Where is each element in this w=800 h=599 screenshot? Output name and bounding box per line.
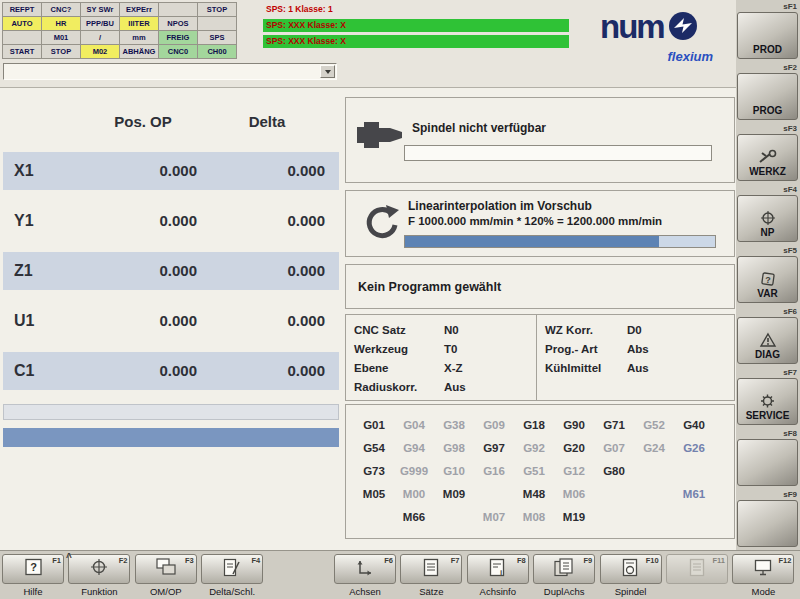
cnc-info-left: CNC SatzN0WerkzeugT0EbeneX-ZRadiuskorr.A… [346,315,536,400]
fkey-slot-f2: F2Funktion [68,554,132,597]
axis-pos-value: 0.000 [59,302,197,340]
axis-extra-strip [3,404,339,420]
info-row-prog-art: Prog.- ArtAbs [545,340,734,359]
softkey-button-diag[interactable]: DIAG [737,317,798,364]
axis-row-z1: Z10.0000.000 [3,247,339,297]
fkey-label: Sätze [400,586,462,597]
softkey-button-prod[interactable]: PROD [737,12,798,59]
softkey-button-sf9[interactable] [737,500,798,547]
om-op-icon [156,558,176,580]
code-empty-36 [354,505,394,528]
fkey-button-funktion[interactable]: F2 [68,554,130,584]
code-m48: M48 [514,482,554,505]
fkey-label: DuplAchs [533,586,595,597]
softkey-slot-sf2: sF2PROG [736,62,800,123]
status-cell-m02: M02 [81,45,119,58]
fkey-button-hilfe[interactable]: ?F1 [2,554,64,584]
fkey-button-f11[interactable]: F11 [666,554,728,584]
status-cell-empty-11 [198,17,236,30]
fkey-slot-f6: F6Achsen [334,554,398,597]
status-cell-hr: HR [42,17,80,30]
axis-row-band: Z10.0000.000 [3,252,339,290]
feed-status-box: Linearinterpolation im Vorschub F 1000.0… [345,190,735,257]
axis-row-band: C10.0000.000 [3,352,339,390]
status-cell-npos: NPOS [159,17,197,30]
axis-row-c1: C10.0000.000 [3,347,339,397]
softkey-button-werkz[interactable]: WERKZ [737,134,798,181]
softkey-button-var[interactable]: ?VAR [737,256,798,303]
code-empty-25 [634,459,674,482]
plc-message-2: SPS: XXX Klasse: X [263,19,569,32]
fkey-button-delta-schl[interactable]: F4 [201,554,263,584]
softkey-number: sF6 [783,307,797,316]
fkey-button-achsen[interactable]: F6 [334,554,396,584]
status-cell-ch00: CH00 [198,45,236,58]
fkey-button-om-op[interactable]: F3 [135,554,197,584]
fkey-label: Achsen [334,586,396,597]
code-empty-30 [474,482,514,505]
fkey-number: F7 [451,556,460,565]
cnc-info-box: CNC SatzN0WerkzeugT0EbeneX-ZRadiuskorr.A… [345,314,735,401]
code-m08: M08 [514,505,554,528]
softkey-number: sF1 [783,2,797,11]
info-value: X-Z [444,362,463,374]
code-g94: G94 [394,436,434,459]
fkey-button-duplachs[interactable]: F9 [533,554,595,584]
blocks-icon [423,558,439,581]
status-cell-blank: / [81,31,119,44]
info-label: WZ Korr. [545,321,627,340]
code-m07: M07 [474,505,514,528]
axis-row-y1: Y10.0000.000 [3,197,339,247]
fkey-button-spindel[interactable]: F10 [600,554,662,584]
program-status-text: Kein Programm gewählt [358,265,501,310]
fkey-slot-f7: F7Sätze [400,554,464,597]
spindle-icon [356,114,404,156]
code-g97: G97 [474,436,514,459]
feed-progress-fill [405,236,659,247]
program-select-dropdown[interactable] [3,63,337,80]
fkey-slot-f12: F12Mode [732,554,796,597]
axis-row-x1: X10.0000.000 [3,147,339,197]
info-value: N0 [444,324,459,336]
svg-text:i: i [500,567,502,576]
spindle-icon [622,558,640,581]
code-m66: M66 [394,505,434,528]
status-cell-iiiter: IIITER [120,17,158,30]
code-g24: G24 [634,436,674,459]
flexium-logo: flexium [600,49,713,64]
axis-label: Z1 [14,252,33,290]
softkey-button-np[interactable]: NP [737,195,798,242]
status-cell-sy-swr: SY SWr [81,3,119,16]
softkey-slot-sf4: sF4NP [736,184,800,245]
code-g09: G09 [474,413,514,436]
code-g20: G20 [554,436,594,459]
spindle-status-box: Spindel nicht verfügbar [345,97,735,183]
fkey-button-achsinfo[interactable]: iF8 [467,554,529,584]
fkey-slot-f10: F10Spindel [600,554,664,597]
softkey-slot-sf9: sF9 [736,489,800,550]
info-value: Aus [627,362,649,374]
code-m19: M19 [554,505,594,528]
gm-codes-box: G01G04G38G09G18G90G71G52G40G54G94G98G97G… [345,404,735,539]
code-empty-38 [434,505,474,528]
fkey-button-s-tze[interactable]: F7 [400,554,462,584]
code-g54: G54 [354,436,394,459]
info-value: D0 [627,324,642,336]
fkey-label: OM/OP [135,586,197,597]
fkey-number: F3 [185,556,194,565]
fkey-button-mode[interactable]: F12 [732,554,794,584]
axis-row-band: Y10.0000.000 [3,202,339,240]
num-logo: num [600,8,698,44]
status-cell-start: START [3,45,41,58]
softkey-button-service[interactable]: SERVICE [737,378,798,425]
axis-row-u1: U10.0000.000 [3,297,339,347]
info-row-cnc-satz: CNC SatzN0 [354,321,536,340]
status-cell-auto: AUTO [3,17,41,30]
fkey-slot-f11: F11 [666,554,730,586]
dropdown-arrow-button[interactable] [320,65,335,78]
code-g18: G18 [514,413,554,436]
code-empty-26 [674,459,714,482]
softkey-button-sf8[interactable] [737,439,798,486]
softkey-button-prog[interactable]: PROG [737,73,798,120]
softkey-label: DIAG [755,349,780,360]
